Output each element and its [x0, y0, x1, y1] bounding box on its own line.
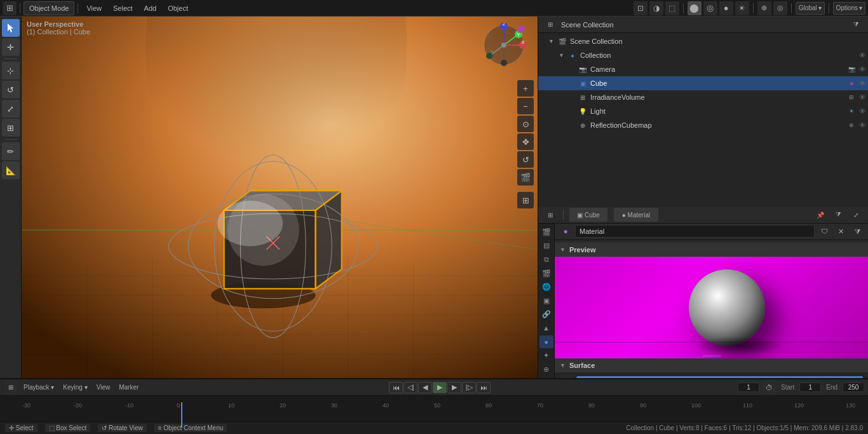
surface-section-header[interactable]: ▼ Surface	[555, 358, 868, 372]
move-tool-btn[interactable]: ⊹	[2, 62, 20, 79]
outliner-filter-icon[interactable]: ⧩	[849, 18, 863, 32]
collection-label: Collection	[580, 51, 857, 59]
measure-tool-btn[interactable]: 📐	[2, 161, 20, 179]
viewlayer-props-btn[interactable]: ⧉	[539, 254, 553, 266]
props-object-tab[interactable]: ▣ Cube	[569, 208, 607, 222]
transform-tool-btn[interactable]: ⊞	[2, 119, 20, 137]
ruler-mark-120: 120	[794, 402, 804, 409]
camera-data-icon: 📷	[846, 64, 857, 74]
prev-keyframe-btn[interactable]: ◁|	[403, 382, 417, 393]
render-props-btn[interactable]: 🎬	[539, 226, 553, 239]
data-props-btn[interactable]: ▲	[539, 322, 553, 335]
select-tool-btn[interactable]	[2, 19, 20, 37]
cube-visibility-icon[interactable]: 👁	[857, 79, 868, 87]
timeline-track[interactable]: -30 -20 -10 0 10 20 30 40 50 60 70 80 90…	[0, 396, 868, 421]
scene-props-btn[interactable]: 🎬	[539, 267, 553, 280]
viewport-shade-icon[interactable]: ⊡	[634, 1, 648, 15]
reflection-visibility-icon[interactable]: 👁	[857, 121, 868, 129]
preview-resize-handle[interactable]	[702, 355, 721, 357]
shading-eevee-btn[interactable]: ☀	[735, 1, 749, 15]
outliner-item-light[interactable]: ▶ 💡 Light ☀ 👁	[538, 104, 868, 118]
viewport-menu-add[interactable]: Add	[139, 1, 162, 15]
options-btn[interactable]: Options ▾	[833, 2, 865, 15]
viewport-menu-object[interactable]: Object	[163, 1, 193, 15]
snap-toggle[interactable]: ⊕	[757, 1, 771, 15]
material-name-input[interactable]	[575, 225, 815, 238]
object-mode-dropdown[interactable]: Object Mode	[24, 1, 74, 15]
timeline-playback-btn[interactable]: Playback ▾	[20, 383, 57, 391]
status-context-btn[interactable]: ≡ Object Context Menu	[154, 424, 227, 432]
next-frame-btn[interactable]: ▶	[447, 382, 461, 393]
transform-global-btn[interactable]: Global ▾	[796, 2, 825, 15]
world-props-btn[interactable]: 🌐	[539, 281, 553, 294]
constraint-props-btn[interactable]: 🔗	[539, 308, 553, 321]
props-pin-icon[interactable]: 📌	[813, 208, 827, 222]
play-btn[interactable]: ▶	[433, 382, 447, 393]
end-label: End	[824, 384, 840, 391]
3d-viewport[interactable]: User Perspective (1) Collection | Cube X…	[22, 17, 538, 378]
props-editor-icon[interactable]: ⊞	[543, 208, 557, 222]
scale-tool-btn[interactable]: ⤢	[2, 100, 20, 118]
status-box-select-btn[interactable]: ⬚ Box Select	[45, 424, 91, 432]
props-expand-icon[interactable]: ⤢	[849, 208, 863, 222]
editor-type-icon[interactable]: ⊞	[3, 1, 17, 15]
camera-visibility-icon[interactable]: 👁	[857, 65, 868, 73]
cursor-tool-btn[interactable]: ✛	[2, 38, 20, 56]
shading-render-btn[interactable]: ●	[719, 1, 733, 15]
outliner-item-collection[interactable]: ▼ ● Collection 👁	[538, 48, 868, 62]
preview-sphere	[689, 269, 765, 346]
output-props-btn[interactable]: ▤	[539, 240, 553, 252]
material-content: ● 🛡 ✕ ⧩ ▼ Preview	[555, 224, 868, 379]
status-rotate-btn[interactable]: ↺ Rotate View	[98, 424, 147, 432]
outliner-editor-icon[interactable]: ⊞	[543, 18, 557, 32]
jump-end-btn[interactable]: ⏭	[477, 382, 491, 393]
prev-frame-btn[interactable]: ◀	[418, 382, 432, 393]
outliner-item-cube[interactable]: ▶ ▣ Cube ◈ 👁	[538, 76, 868, 90]
collection-visibility-icon[interactable]: 👁	[857, 51, 868, 59]
preview-section-header[interactable]: ▼ Preview	[555, 243, 868, 257]
outliner-scene-collection[interactable]: ▼ 🎬 Scene Collection	[538, 34, 868, 48]
viewport-menu-view[interactable]: View	[81, 1, 107, 15]
xray-icon[interactable]: ⬚	[665, 1, 679, 15]
shading-solid-btn[interactable]: ⬤	[688, 1, 702, 15]
shading-material-btn[interactable]: ◎	[703, 1, 717, 15]
timeline-keying-btn[interactable]: Keying ▾	[60, 383, 90, 391]
end-frame-input[interactable]	[843, 383, 864, 392]
frame-clock-icon[interactable]: ⏱	[762, 381, 776, 395]
material-props-btn[interactable]: ●	[539, 336, 553, 348]
status-select-btn[interactable]: ✛ Select	[5, 424, 37, 432]
viewport-menu-select[interactable]: Select	[108, 1, 138, 15]
physics-props-btn[interactable]: ⊕	[539, 363, 553, 376]
playback-label: Playback	[24, 384, 50, 391]
outliner-item-irradiance[interactable]: ▶ ⊞ IrradianceVolume ⊞ 👁	[538, 90, 868, 104]
scene-background	[22, 17, 538, 378]
material-filter-icon[interactable]: ⧩	[850, 224, 864, 238]
light-visibility-icon[interactable]: 👁	[857, 107, 868, 115]
particles-props-btn[interactable]: ✦	[539, 349, 553, 362]
timeline-header: ⊞ Playback ▾ Keying ▾ View Marker ⏮ ◁| ◀…	[0, 379, 868, 396]
timeline-marker-btn[interactable]: Marker	[116, 383, 142, 391]
material-browse-icon[interactable]: ✕	[834, 224, 848, 238]
start-frame-input[interactable]	[799, 383, 821, 392]
material-sphere-icon[interactable]: ●	[559, 224, 573, 238]
rotate-tool-btn[interactable]: ↺	[2, 81, 20, 98]
select-icon-status: ✛	[9, 424, 14, 431]
timeline-view-label: View	[97, 384, 111, 391]
props-material-tab[interactable]: ● Material	[614, 208, 658, 222]
overlay-icon[interactable]: ◑	[649, 1, 663, 15]
ruler-mark-110: 110	[743, 402, 752, 409]
outliner-item-reflection[interactable]: ▶ ⊕ ReflectionCubemap ⊕ 👁	[538, 118, 868, 132]
jump-start-btn[interactable]: ⏮	[389, 382, 403, 393]
current-frame-input[interactable]	[738, 383, 759, 392]
next-keyframe-btn[interactable]: |▷	[462, 382, 476, 393]
outliner-item-camera[interactable]: ▶ 📷 Camera 📷 👁	[538, 62, 868, 76]
proportional-edit[interactable]: ◎	[773, 1, 787, 15]
timeline-editor-icon[interactable]: ⊞	[4, 381, 18, 395]
timeline-view-btn[interactable]: View	[93, 383, 114, 391]
material-new-icon[interactable]: 🛡	[817, 224, 831, 238]
object-props-btn[interactable]: ▣	[539, 294, 553, 307]
props-filter-icon[interactable]: ⧩	[831, 208, 845, 222]
irradiance-visibility-icon[interactable]: 👁	[857, 93, 868, 101]
ruler-mark-20: 20	[280, 402, 286, 409]
annotate-tool-btn[interactable]: ✏	[2, 142, 20, 160]
